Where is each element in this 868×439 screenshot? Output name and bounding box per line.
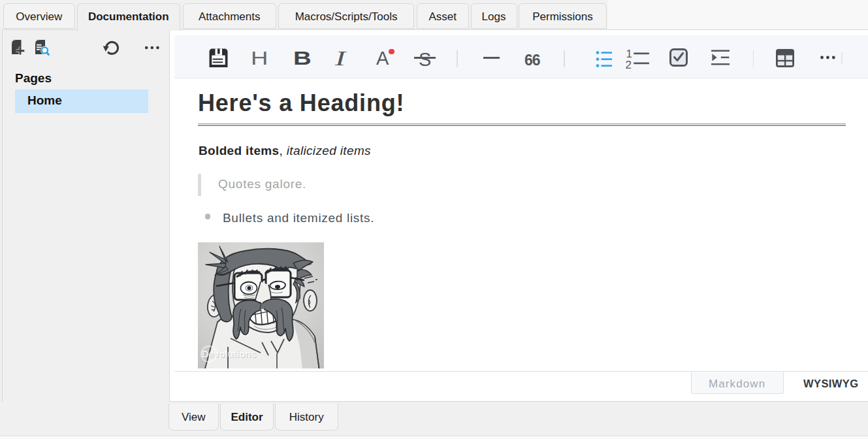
svg-text:2: 2 (626, 59, 632, 69)
svg-text:Devolutions: Devolutions (202, 349, 256, 359)
